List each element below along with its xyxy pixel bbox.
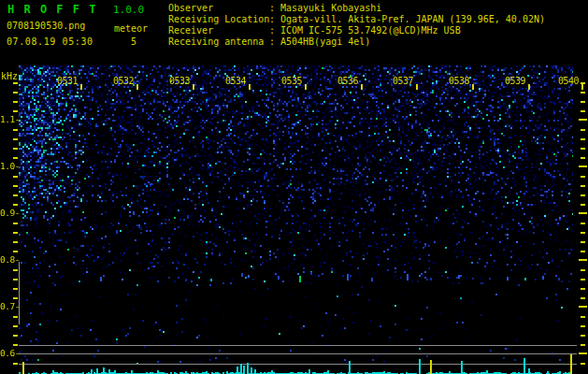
info-label: Observer (168, 3, 269, 14)
time-minute-tick (80, 84, 82, 90)
info-colon: : (269, 14, 280, 25)
time-tick-label: 0535 (274, 76, 302, 86)
spectrogram-canvas (19, 65, 573, 365)
level-spike (157, 370, 159, 374)
freq-tick-label: 0.8- (0, 254, 19, 265)
level-spike (570, 354, 572, 374)
level-spike (247, 363, 249, 374)
freq-minor-tick (13, 138, 18, 140)
freq-minor-tick (13, 176, 18, 178)
freq-minor-tick (13, 101, 18, 103)
freq-minor-tick (13, 157, 18, 159)
level-spike (486, 370, 488, 374)
freq-minor-tick (581, 297, 585, 299)
level-spike (523, 358, 525, 374)
freq-minor-tick (581, 241, 585, 243)
info-row-receiver: Receiver:ICOM IC-575 53.7492(@LCD)MHz US… (168, 25, 545, 36)
level-spike (528, 368, 530, 374)
freq-minor-tick (581, 335, 585, 337)
freq-minor-tick (581, 363, 585, 365)
freq-minor-tick (581, 101, 585, 103)
gridline (19, 353, 577, 354)
freq-minor-tick (13, 269, 18, 271)
info-row-antenna: Receiving antenna:A504HB(yagi 4el) (168, 36, 545, 48)
info-label: Receiving Location (168, 14, 269, 25)
freq-minor-tick (13, 344, 18, 346)
freq-minor-tick (581, 316, 585, 318)
frequency-unit-label: kHz (1, 71, 18, 81)
level-spike (430, 360, 432, 374)
station-info-panel: Observer:Masayuki Kobayashi Receiving Lo… (168, 3, 545, 48)
level-spike (349, 361, 351, 374)
freq-minor-tick (13, 297, 18, 299)
freq-major-tick (579, 259, 587, 261)
freq-minor-tick (13, 241, 18, 243)
freq-minor-tick (581, 129, 585, 131)
freq-minor-tick (581, 344, 585, 346)
freq-minor-tick (13, 129, 18, 131)
freq-minor-tick (581, 288, 585, 290)
freq-minor-tick (13, 279, 18, 280)
level-spike (22, 362, 24, 374)
time-minute-tick (136, 84, 138, 90)
gridline (19, 345, 577, 346)
freq-minor-tick (13, 194, 18, 196)
freq-minor-tick (581, 110, 585, 112)
time-tick-label: 0540 (551, 76, 579, 86)
time-tick-label: 0532 (106, 76, 134, 86)
left-edge-marker (19, 262, 20, 324)
freq-major-tick (579, 165, 587, 167)
level-spike (327, 370, 329, 374)
time-minute-tick (361, 84, 363, 90)
freq-major-tick (579, 306, 587, 308)
gridline (19, 364, 577, 365)
info-value: Masayuki Kobayashi (280, 3, 381, 13)
level-spike (96, 368, 98, 374)
freq-minor-tick (581, 232, 585, 234)
hrofft-screen: H R O F F T 1.0.0 0708190530.png meteor … (0, 0, 588, 374)
meteor-count: 5 (131, 36, 136, 47)
freq-minor-tick (13, 92, 18, 94)
time-tick-label: 0534 (218, 76, 246, 86)
freq-minor-tick (581, 325, 585, 327)
level-spike (461, 361, 463, 374)
freq-minor-tick (581, 269, 585, 271)
info-label: Receiving antenna (168, 36, 269, 48)
level-spike (308, 369, 310, 374)
freq-tick-label: 1.0- (0, 161, 19, 171)
app-title: H R O F F T (7, 3, 97, 16)
time-tick-label: 0539 (497, 76, 525, 86)
info-label: Receiver (168, 25, 269, 36)
freq-tick-label: 0.7- (0, 301, 19, 311)
mode-label: meteor (114, 23, 148, 34)
time-tick-label: 0533 (162, 76, 190, 86)
info-row-location: Receiving Location:Ogata-vill. Akita-Pre… (168, 14, 545, 25)
freq-minor-tick (13, 325, 18, 327)
freq-minor-tick (13, 288, 18, 290)
freq-major-tick (579, 352, 587, 354)
level-spike (103, 367, 105, 374)
freq-minor-tick (581, 194, 585, 196)
freq-major-tick (579, 119, 587, 121)
freq-tick-label: 0.6- (0, 348, 19, 358)
time-minute-tick (472, 84, 474, 90)
freq-minor-tick (581, 148, 585, 150)
freq-minor-tick (581, 279, 585, 280)
freq-minor-tick (13, 316, 18, 318)
freq-minor-tick (581, 138, 585, 140)
time-minute-tick (249, 84, 251, 90)
freq-minor-tick (581, 185, 585, 187)
freq-minor-tick (13, 204, 18, 206)
time-minute-tick (528, 84, 530, 90)
time-tick-label: 0538 (441, 76, 469, 86)
freq-tick-label: 1.1- (0, 114, 19, 124)
app-version: 1.0.0 (113, 4, 144, 16)
level-spike (108, 369, 110, 374)
freq-minor-tick (13, 251, 18, 252)
freq-minor-tick (13, 223, 18, 224)
freq-minor-tick (13, 232, 18, 234)
freq-minor-tick (581, 92, 585, 94)
freq-minor-tick (581, 223, 585, 224)
freq-tick-label: 0.9- (0, 208, 19, 218)
info-colon: : (269, 36, 280, 48)
